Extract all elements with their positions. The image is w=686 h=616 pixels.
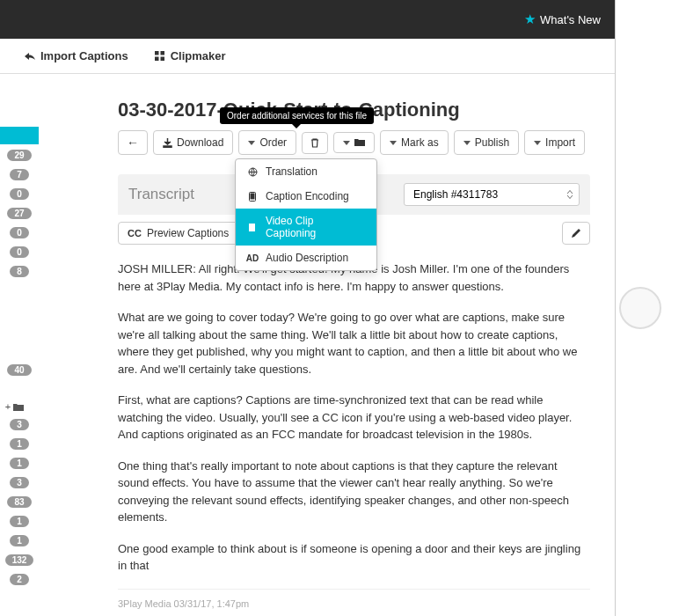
sidebar: 22729702700840+311383111322	[0, 74, 39, 616]
sidebar-folder[interactable]: 132	[5, 551, 34, 568]
share-icon	[25, 51, 35, 62]
sidebar-folder[interactable]: 3	[5, 473, 34, 491]
sidebar-folder[interactable]: 1	[5, 532, 34, 549]
sidebar-count-badge: 8	[10, 266, 29, 277]
main-content: 03-30-2017-Quick-Start-to-Captioning Ord…	[39, 74, 615, 616]
ad-icon: AD	[246, 253, 259, 263]
sidebar-count-badge: 2	[10, 574, 29, 585]
sidebar-folder[interactable]: 0	[5, 224, 34, 241]
svg-rect-3	[161, 57, 165, 62]
sidebar-count-badge: 0	[10, 246, 29, 258]
dropdown-caption-encoding-label: Caption Encoding	[266, 190, 349, 202]
sidebar-folder[interactable]: 27	[5, 204, 34, 222]
publish-label: Publish	[475, 136, 509, 149]
svg-rect-8	[247, 224, 249, 231]
sidebar-count-badge: 0	[10, 227, 29, 238]
pencil-icon	[571, 228, 581, 238]
caret-down-icon	[343, 141, 350, 145]
dropdown-translation-label: Translation	[266, 165, 317, 178]
trash-icon	[310, 138, 319, 148]
globe-icon	[246, 167, 259, 177]
dropdown-video-clip-captioning[interactable]: Video Clip Captioning	[236, 209, 376, 246]
back-button[interactable]: ←	[118, 130, 148, 155]
sidebar-folder[interactable]: 1	[5, 435, 34, 452]
nav-import-label: Import Captions	[40, 49, 128, 62]
download-label: Download	[177, 136, 223, 149]
sidebar-folder[interactable]: 40	[5, 361, 34, 378]
download-button[interactable]: Download	[153, 130, 233, 155]
sidebar-count-badge: 7	[10, 169, 29, 180]
dropdown-caption-encoding[interactable]: Caption Encoding	[236, 184, 376, 209]
folder-icon	[13, 403, 24, 411]
edit-button[interactable]	[562, 222, 590, 245]
sidebar-count-badge: 132	[5, 554, 34, 566]
preview-captions-button[interactable]: CC Preview Captions	[118, 222, 238, 245]
add-folder-button[interactable]: +	[5, 401, 34, 412]
sidebar-folder[interactable]: 2	[5, 570, 34, 588]
move-folder-button[interactable]	[333, 132, 375, 153]
sidebar-folder[interactable]: 83	[5, 493, 34, 510]
svg-rect-1	[161, 51, 165, 55]
plus-icon: +	[5, 401, 11, 412]
import-label: Import	[545, 136, 575, 149]
star-icon: ★	[524, 11, 536, 27]
sidebar-count-badge: 1	[10, 535, 29, 546]
sidebar-count-badge: 0	[10, 188, 29, 200]
phone-icon	[246, 192, 259, 202]
language-select[interactable]: English #4311783	[404, 183, 580, 206]
sidebar-folder[interactable]: 1	[5, 512, 34, 530]
sidebar-active-stripe	[0, 127, 39, 144]
nav-clipmaker-label: Clipmaker	[171, 49, 226, 62]
sidebar-count-badge: 40	[7, 364, 31, 376]
whats-new-label: What's New	[540, 13, 601, 26]
transcript-footer: 3Play Media 03/31/17, 1:47pm	[118, 589, 590, 617]
folder-icon	[354, 138, 365, 147]
dropdown-video-clip-label: Video Clip Captioning	[266, 215, 366, 239]
film-icon	[246, 224, 259, 231]
mark-as-button[interactable]: Mark as	[380, 130, 449, 155]
dropdown-audio-desc-label: Audio Description	[266, 252, 348, 264]
order-label: Order	[259, 136, 287, 149]
download-icon	[163, 138, 172, 148]
order-dropdown: Translation Caption Encoding Video Clip …	[235, 158, 377, 271]
sidebar-count-badge: 1	[10, 516, 29, 527]
sidebar-folder[interactable]: 0	[5, 243, 34, 260]
order-button[interactable]: Order	[238, 130, 296, 155]
caret-down-icon	[534, 141, 541, 145]
transcript-paragraph: What are we going to cover today? We're …	[118, 309, 590, 378]
sidebar-count-badge: 1	[10, 438, 29, 450]
dropdown-translation[interactable]: Translation	[236, 159, 376, 184]
caret-down-icon	[463, 141, 471, 145]
preview-captions-label: Preview Captions	[147, 227, 229, 239]
svg-rect-6	[251, 193, 255, 199]
svg-rect-2	[155, 57, 159, 62]
cc-icon: CC	[128, 228, 142, 238]
sidebar-folder[interactable]: 0	[5, 185, 34, 202]
transcript-paragraph: First, what are captions? Captions are t…	[118, 392, 590, 444]
transcript-body: JOSH MILLER: All right. We'll get starte…	[118, 260, 590, 575]
sidebar-folder[interactable]: 7	[5, 165, 34, 183]
sidebar-folder[interactable]: 1	[5, 454, 34, 472]
sidebar-folder[interactable]: 8	[5, 262, 34, 280]
dropdown-audio-description[interactable]: AD Audio Description	[236, 246, 376, 270]
svg-rect-0	[155, 51, 159, 55]
sidebar-folder[interactable]: 3	[5, 415, 34, 433]
whats-new-link[interactable]: ★ What's New	[524, 11, 601, 27]
transcript-paragraph: One thing that's really important to not…	[118, 458, 590, 526]
transcript-paragraph: One good example to think about is if so…	[118, 540, 590, 575]
caret-down-icon	[248, 141, 255, 145]
sidebar-folder[interactable]: 29	[5, 146, 34, 164]
import-button[interactable]: Import	[524, 130, 585, 155]
caret-down-icon	[390, 141, 397, 145]
navbar: Import Captions Clipmaker	[0, 39, 615, 74]
publish-button[interactable]: Publish	[454, 130, 519, 155]
sidebar-count-badge: 3	[10, 477, 29, 488]
delete-button[interactable]	[302, 132, 328, 154]
svg-rect-9	[255, 224, 257, 231]
nav-clipmaker[interactable]: Clipmaker	[155, 49, 226, 62]
order-tooltip: Order additional services for this file	[220, 107, 374, 124]
nav-import-captions[interactable]: Import Captions	[25, 49, 128, 62]
mark-as-label: Mark as	[401, 136, 439, 149]
sidebar-count-badge: 29	[7, 150, 31, 161]
transcript-heading: Transcript	[128, 186, 194, 203]
